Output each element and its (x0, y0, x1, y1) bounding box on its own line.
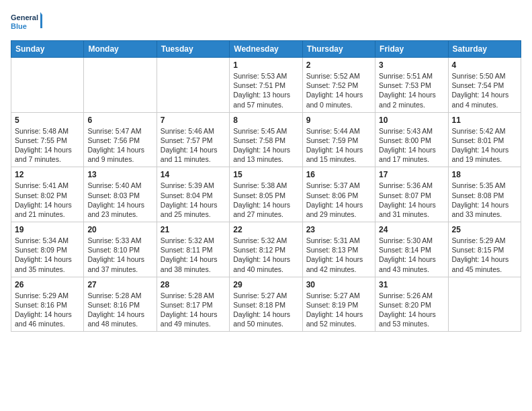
day-info: Sunrise: 5:29 AMSunset: 8:16 PMDaylight:… (15, 291, 80, 329)
header-day-saturday: Saturday (448, 41, 521, 58)
calendar-cell: 19Sunrise: 5:34 AMSunset: 8:09 PMDayligh… (11, 222, 84, 277)
day-number: 8 (233, 116, 298, 125)
day-info: Sunrise: 5:38 AMSunset: 8:05 PMDaylight:… (233, 181, 298, 219)
day-number: 15 (233, 170, 298, 179)
svg-text:Blue: Blue (11, 22, 27, 30)
calendar-cell: 1Sunrise: 5:53 AMSunset: 7:51 PMDaylight… (230, 58, 302, 113)
day-number: 30 (306, 280, 371, 289)
calendar-cell: 23Sunrise: 5:31 AMSunset: 8:13 PMDayligh… (302, 222, 375, 277)
day-info: Sunrise: 5:51 AMSunset: 7:53 PMDaylight:… (379, 71, 444, 109)
calendar-cell: 30Sunrise: 5:27 AMSunset: 8:19 PMDayligh… (302, 277, 375, 332)
day-info: Sunrise: 5:40 AMSunset: 8:03 PMDaylight:… (87, 181, 152, 219)
calendar-cell: 22Sunrise: 5:32 AMSunset: 8:12 PMDayligh… (230, 222, 302, 277)
header-day-wednesday: Wednesday (230, 41, 302, 58)
calendar-body: 1Sunrise: 5:53 AMSunset: 7:51 PMDaylight… (11, 58, 521, 332)
day-number: 16 (306, 170, 371, 179)
svg-marker-2 (40, 12, 44, 28)
calendar-table: SundayMondayTuesdayWednesdayThursdayFrid… (11, 40, 521, 332)
calendar-cell: 2Sunrise: 5:52 AMSunset: 7:52 PMDaylight… (302, 58, 375, 113)
day-number: 11 (452, 116, 517, 125)
day-info: Sunrise: 5:44 AMSunset: 7:59 PMDaylight:… (306, 126, 371, 165)
calendar-cell: 11Sunrise: 5:42 AMSunset: 8:01 PMDayligh… (448, 112, 521, 167)
logo: General Blue (11, 11, 44, 35)
day-info: Sunrise: 5:50 AMSunset: 7:54 PMDaylight:… (452, 71, 517, 109)
day-number: 19 (15, 225, 80, 234)
day-info: Sunrise: 5:53 AMSunset: 7:51 PMDaylight:… (233, 71, 298, 109)
day-number: 1 (233, 60, 298, 70)
day-number: 9 (306, 116, 371, 125)
day-number: 21 (161, 225, 226, 234)
day-number: 24 (379, 225, 444, 234)
day-number: 7 (161, 116, 226, 125)
calendar-cell: 18Sunrise: 5:35 AMSunset: 8:08 PMDayligh… (448, 167, 521, 222)
calendar-cell: 20Sunrise: 5:33 AMSunset: 8:10 PMDayligh… (84, 222, 157, 277)
calendar-cell: 31Sunrise: 5:26 AMSunset: 8:20 PMDayligh… (375, 277, 448, 332)
day-info: Sunrise: 5:45 AMSunset: 7:58 PMDaylight:… (233, 126, 298, 165)
calendar-cell: 29Sunrise: 5:27 AMSunset: 8:18 PMDayligh… (230, 277, 302, 332)
day-info: Sunrise: 5:33 AMSunset: 8:10 PMDaylight:… (87, 236, 152, 274)
day-number: 5 (15, 116, 80, 125)
calendar-cell: 24Sunrise: 5:30 AMSunset: 8:14 PMDayligh… (375, 222, 448, 277)
day-info: Sunrise: 5:28 AMSunset: 8:17 PMDaylight:… (161, 291, 226, 329)
calendar-cell: 9Sunrise: 5:44 AMSunset: 7:59 PMDaylight… (302, 112, 375, 167)
day-info: Sunrise: 5:32 AMSunset: 8:12 PMDaylight:… (233, 236, 298, 274)
day-info: Sunrise: 5:31 AMSunset: 8:13 PMDaylight:… (306, 236, 371, 274)
calendar-cell: 25Sunrise: 5:29 AMSunset: 8:15 PMDayligh… (448, 222, 521, 277)
calendar-cell: 15Sunrise: 5:38 AMSunset: 8:05 PMDayligh… (230, 167, 302, 222)
week-row-4: 19Sunrise: 5:34 AMSunset: 8:09 PMDayligh… (11, 222, 521, 277)
header: General Blue (11, 11, 521, 35)
day-info: Sunrise: 5:42 AMSunset: 8:01 PMDaylight:… (452, 126, 517, 165)
calendar-cell: 5Sunrise: 5:48 AMSunset: 7:55 PMDaylight… (11, 112, 84, 167)
calendar-cell: 8Sunrise: 5:45 AMSunset: 7:58 PMDaylight… (230, 112, 302, 167)
day-info: Sunrise: 5:28 AMSunset: 8:16 PMDaylight:… (87, 291, 152, 329)
calendar-cell: 3Sunrise: 5:51 AMSunset: 7:53 PMDaylight… (375, 58, 448, 113)
day-number: 14 (161, 170, 226, 179)
day-number: 18 (452, 170, 517, 179)
day-info: Sunrise: 5:46 AMSunset: 7:57 PMDaylight:… (161, 126, 226, 165)
day-number: 28 (161, 280, 226, 289)
day-number: 4 (452, 60, 517, 70)
day-info: Sunrise: 5:39 AMSunset: 8:04 PMDaylight:… (161, 181, 226, 219)
day-number: 13 (87, 170, 152, 179)
header-day-friday: Friday (375, 41, 448, 58)
day-info: Sunrise: 5:27 AMSunset: 8:18 PMDaylight:… (233, 291, 298, 329)
week-row-3: 12Sunrise: 5:41 AMSunset: 8:02 PMDayligh… (11, 167, 521, 222)
day-info: Sunrise: 5:37 AMSunset: 8:06 PMDaylight:… (306, 181, 371, 219)
calendar-cell: 17Sunrise: 5:36 AMSunset: 8:07 PMDayligh… (375, 167, 448, 222)
day-number: 27 (87, 280, 152, 289)
day-number: 20 (87, 225, 152, 234)
calendar-cell: 14Sunrise: 5:39 AMSunset: 8:04 PMDayligh… (157, 167, 229, 222)
day-number: 22 (233, 225, 298, 234)
day-number: 26 (15, 280, 80, 289)
header-day-tuesday: Tuesday (157, 41, 229, 58)
calendar-cell (448, 277, 521, 332)
calendar-cell: 12Sunrise: 5:41 AMSunset: 8:02 PMDayligh… (11, 167, 84, 222)
day-number: 3 (379, 60, 444, 70)
week-row-1: 1Sunrise: 5:53 AMSunset: 7:51 PMDaylight… (11, 58, 521, 113)
calendar-cell (84, 58, 157, 113)
calendar-cell (157, 58, 229, 113)
day-number: 2 (306, 60, 371, 70)
calendar-cell: 28Sunrise: 5:28 AMSunset: 8:17 PMDayligh… (157, 277, 229, 332)
day-info: Sunrise: 5:30 AMSunset: 8:14 PMDaylight:… (379, 236, 444, 274)
header-day-sunday: Sunday (11, 41, 84, 58)
day-number: 29 (233, 280, 298, 289)
day-info: Sunrise: 5:32 AMSunset: 8:11 PMDaylight:… (161, 236, 226, 274)
calendar-cell: 4Sunrise: 5:50 AMSunset: 7:54 PMDaylight… (448, 58, 521, 113)
calendar-cell: 21Sunrise: 5:32 AMSunset: 8:11 PMDayligh… (157, 222, 229, 277)
header-day-monday: Monday (84, 41, 157, 58)
day-info: Sunrise: 5:26 AMSunset: 8:20 PMDaylight:… (379, 291, 444, 329)
day-info: Sunrise: 5:35 AMSunset: 8:08 PMDaylight:… (452, 181, 517, 219)
day-info: Sunrise: 5:36 AMSunset: 8:07 PMDaylight:… (379, 181, 444, 219)
week-row-2: 5Sunrise: 5:48 AMSunset: 7:55 PMDaylight… (11, 112, 521, 167)
calendar-header: SundayMondayTuesdayWednesdayThursdayFrid… (11, 41, 521, 58)
day-number: 23 (306, 225, 371, 234)
day-number: 10 (379, 116, 444, 125)
day-info: Sunrise: 5:52 AMSunset: 7:52 PMDaylight:… (306, 71, 371, 109)
header-row: SundayMondayTuesdayWednesdayThursdayFrid… (11, 41, 521, 58)
header-day-thursday: Thursday (302, 41, 375, 58)
day-number: 12 (15, 170, 80, 179)
day-info: Sunrise: 5:41 AMSunset: 8:02 PMDaylight:… (15, 181, 80, 219)
day-info: Sunrise: 5:48 AMSunset: 7:55 PMDaylight:… (15, 126, 80, 165)
day-info: Sunrise: 5:34 AMSunset: 8:09 PMDaylight:… (15, 236, 80, 274)
